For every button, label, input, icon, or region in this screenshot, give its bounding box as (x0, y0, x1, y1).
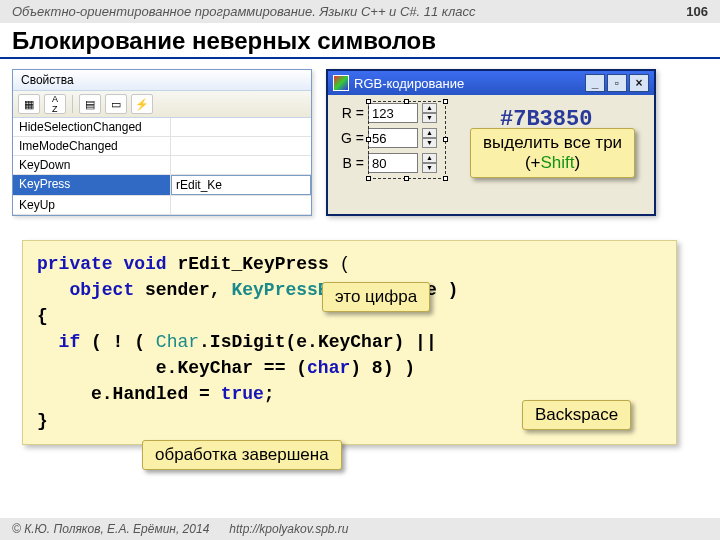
callout-shift-suffix: ) (575, 153, 581, 172)
maximize-icon[interactable]: ▫ (607, 74, 627, 92)
page-title: Блокирование неверных символов (0, 23, 720, 59)
prop-row[interactable]: HideSelectionChanged (13, 118, 311, 137)
props-icon[interactable]: ▤ (79, 94, 101, 114)
copyright: © К.Ю. Поляков, Е.А. Ерёмин, 2014 (12, 522, 209, 536)
callout-backspace: Backspace (522, 400, 631, 430)
b-spinner[interactable]: ▲▼ (422, 153, 437, 173)
prop-value[interactable] (171, 196, 311, 214)
footer-url: http://kpolyakov.spb.ru (229, 522, 348, 536)
minimize-icon[interactable]: _ (585, 74, 605, 92)
prop-value[interactable]: rEdit_Ke (171, 175, 311, 195)
g-input[interactable] (368, 128, 418, 148)
page-number: 106 (686, 4, 708, 19)
properties-toolbar: ▦ AZ ▤ ▭ ⚡ (13, 91, 311, 118)
prop-name: KeyUp (13, 196, 171, 214)
events-icon[interactable]: ⚡ (131, 94, 153, 114)
prop-value[interactable] (171, 156, 311, 174)
g-label: G = (338, 130, 364, 146)
g-spinner[interactable]: ▲▼ (422, 128, 437, 148)
az-sort-icon[interactable]: AZ (44, 94, 66, 114)
properties-panel: Свойства ▦ AZ ▤ ▭ ⚡ HideSelectionChanged… (12, 69, 312, 216)
app-icon (333, 75, 349, 91)
prop-value[interactable] (171, 137, 311, 155)
course-name: Объектно-ориентированное программировани… (12, 4, 476, 19)
prop-name: KeyPress (13, 175, 171, 195)
header-strip: Объектно-ориентированное программировани… (0, 0, 720, 23)
callout-shift-key: Shift (541, 153, 575, 172)
prop-row[interactable]: KeyUp (13, 196, 311, 215)
b-input[interactable] (368, 153, 418, 173)
close-icon[interactable]: × (629, 74, 649, 92)
r-spinner[interactable]: ▲▼ (422, 103, 437, 123)
callout-shift-prefix: (+ (525, 153, 541, 172)
prop-row[interactable]: KeyDown (13, 156, 311, 175)
prop-name: KeyDown (13, 156, 171, 174)
b-label: B = (338, 155, 364, 171)
footer: © К.Ю. Поляков, Е.А. Ерёмин, 2014 http:/… (0, 518, 720, 540)
prop-row[interactable]: ImeModeChanged (13, 137, 311, 156)
callout-digit: это цифра (322, 282, 430, 312)
categorize-icon[interactable]: ▦ (18, 94, 40, 114)
page-icon[interactable]: ▭ (105, 94, 127, 114)
callout-shift: выделить все три (+Shift) (470, 128, 635, 178)
prop-value[interactable] (171, 118, 311, 136)
r-input[interactable] (368, 103, 418, 123)
r-label: R = (338, 105, 364, 121)
rgb-title-text: RGB-кодирование (354, 76, 464, 91)
rgb-titlebar[interactable]: RGB-кодирование _ ▫ × (328, 71, 654, 95)
prop-row-selected[interactable]: KeyPress rEdit_Ke (13, 175, 311, 196)
separator (72, 95, 73, 113)
prop-name: ImeModeChanged (13, 137, 171, 155)
properties-title: Свойства (13, 70, 311, 91)
callout-handled: обработка завершена (142, 440, 342, 470)
callout-shift-line1: выделить все три (483, 133, 622, 152)
prop-name: HideSelectionChanged (13, 118, 171, 136)
